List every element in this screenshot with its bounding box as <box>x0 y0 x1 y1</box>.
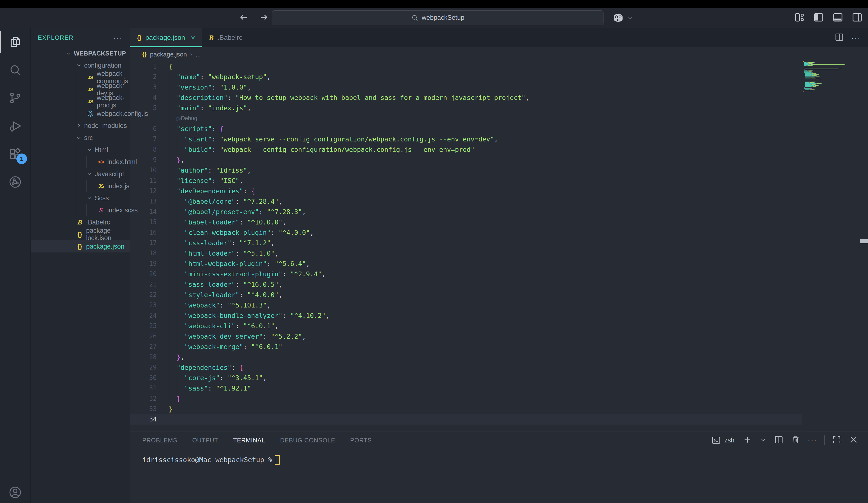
chevron-down-icon <box>74 62 84 69</box>
tab-package-json[interactable]: {} package.json × <box>130 28 202 47</box>
tree-item-label: .Babelrc <box>86 219 110 226</box>
tree-item-label: index.js <box>107 182 130 190</box>
tree-file-index-js[interactable]: JSindex.js <box>31 180 130 192</box>
forward-icon[interactable] <box>258 12 269 24</box>
js-file-icon: JS <box>84 87 97 92</box>
code-line-20: 20"mini-css-extract-plugin": "^2.9.4", <box>130 269 802 279</box>
source-control-icon[interactable] <box>0 84 30 112</box>
minimap[interactable] <box>803 61 858 93</box>
panel-tab-problems[interactable]: PROBLEMS <box>142 437 177 444</box>
terminal-shell-label[interactable]: zsh <box>711 435 734 445</box>
line-number: 33 <box>130 404 157 414</box>
code-line-6: 6"scripts": { <box>130 123 802 134</box>
kill-terminal-icon[interactable] <box>791 435 800 445</box>
code-line-29: 29"dependencies": { <box>130 362 802 373</box>
toggle-panel-icon[interactable] <box>832 12 844 24</box>
explorer-more-actions-icon[interactable]: ··· <box>113 33 123 42</box>
toggle-secondary-sidebar-icon[interactable] <box>851 12 863 24</box>
tree-item-label: src <box>84 134 93 142</box>
editor-more-actions-icon[interactable]: ··· <box>851 33 861 42</box>
tab-babelrc[interactable]: B .Babelrc <box>202 28 249 47</box>
code-line-16: 16"clean-webpack-plugin": "^4.0.0", <box>130 227 802 238</box>
panel-tab-ports[interactable]: PORTS <box>350 437 372 444</box>
back-icon[interactable] <box>239 12 249 24</box>
terminal-more-actions-icon[interactable]: ··· <box>808 436 817 444</box>
line-number: 34 <box>130 414 157 424</box>
tree-item-label: configuration <box>84 62 122 69</box>
toggle-primary-sidebar-icon[interactable] <box>813 12 824 24</box>
line-number: 14 <box>130 207 157 217</box>
breadcrumb[interactable]: {} package.json › ... <box>130 47 868 61</box>
tree-item-label: Html <box>95 146 108 154</box>
code-line-24: 24"webpack-bundle-analyzer": "^4.10.2", <box>130 310 802 321</box>
search-sidebar-icon[interactable] <box>0 56 30 84</box>
live-share-icon[interactable] <box>0 168 30 196</box>
json-file-icon: {} <box>74 231 86 238</box>
codelens-debug[interactable]: ▷Debug <box>177 113 197 123</box>
code-line-28: 28}, <box>130 352 802 362</box>
tree-file-webpack-dev-js[interactable]: JSwebpack-dev.js <box>31 83 130 95</box>
code-line-26: 26"webpack-dev-server": "^5.2.2", <box>130 331 802 342</box>
customize-layout-icon[interactable] <box>794 12 805 24</box>
line-number: 30 <box>130 373 157 383</box>
tree-folder-src[interactable]: src <box>31 132 130 144</box>
chevron-right-icon: › <box>190 51 192 58</box>
chevron-right-icon <box>74 123 84 129</box>
tree-folder-webpacksetup[interactable]: WEBPACKSETUP <box>31 47 130 59</box>
code-line-18: 18"html-loader": "^5.1.0", <box>130 248 802 259</box>
copilot-menu[interactable] <box>612 12 633 23</box>
tree-folder-html[interactable]: Html <box>31 144 130 156</box>
code-line-19: 19"html-webpack-plugin": "^5.6.4", <box>130 259 802 269</box>
command-center-search[interactable]: webpackSetup <box>272 10 603 26</box>
terminal-content[interactable]: idrisscissoko@Mac webpackSetup % <box>130 449 868 465</box>
close-panel-icon[interactable] <box>849 435 858 445</box>
babel-file-icon: B <box>74 219 86 226</box>
tree-item-label: Scss <box>95 194 109 202</box>
line-number <box>130 113 157 123</box>
tree-file-package-lock-json[interactable]: {}package-lock.json <box>31 228 130 240</box>
tree-folder-node-modules[interactable]: node_modules <box>31 120 130 132</box>
panel-tab-debug-console[interactable]: DEBUG CONSOLE <box>280 437 335 444</box>
js-file-icon: JS <box>84 74 97 80</box>
extensions-icon[interactable]: 1 <box>0 140 30 168</box>
code-editor[interactable]: 1{2"name": "webpack-setup",3"version": "… <box>130 61 868 432</box>
tree-folder-configuration[interactable]: configuration <box>31 59 130 71</box>
code-line-8: 8"build": "webpack --config configuratio… <box>130 144 802 155</box>
tree-item-label: package.json <box>86 243 124 250</box>
js-file-icon: JS <box>84 99 97 104</box>
tree-file-index-html[interactable]: <>index.html <box>31 156 130 168</box>
extensions-badge: 1 <box>17 153 27 164</box>
code-line-7: 7"start": "webpack serve --config config… <box>130 134 802 144</box>
launch-profile-chevron-icon[interactable] <box>760 436 767 444</box>
editor-right-gutter <box>860 61 868 432</box>
terminal-prompt: idrisscissoko@Mac webpackSetup % <box>142 456 272 464</box>
new-terminal-icon[interactable] <box>743 435 752 445</box>
accounts-icon[interactable] <box>0 475 30 503</box>
explorer-icon[interactable] <box>0 28 30 56</box>
line-number: 4 <box>130 92 157 103</box>
tree-file-webpack-prod-js[interactable]: JSwebpack-prod.js <box>31 95 130 108</box>
search-value: webpackSetup <box>422 14 464 21</box>
run-debug-icon[interactable] <box>0 112 30 140</box>
line-number: 26 <box>130 331 157 342</box>
maximize-panel-icon[interactable] <box>832 435 841 445</box>
line-number: 27 <box>130 342 157 352</box>
tree-file-webpack-common-js[interactable]: JSwebpack-common.js <box>31 71 130 83</box>
code-line-21: 21"sass-loader": "^16.0.5", <box>130 279 802 290</box>
breadcrumb-symbol[interactable]: ... <box>196 51 201 58</box>
tree-file-webpack-config-js[interactable]: webpack.config.js <box>31 108 130 120</box>
tree-file-package-json[interactable]: {}package.json <box>31 240 130 252</box>
terminal-cursor <box>275 455 280 465</box>
line-number: 2 <box>130 72 157 82</box>
tree-file-index-scss[interactable]: Sindex.scss <box>31 204 130 216</box>
tree-file--babelrc[interactable]: B.Babelrc <box>31 216 130 228</box>
split-editor-icon[interactable] <box>835 32 844 43</box>
split-terminal-icon[interactable] <box>774 435 784 445</box>
panel-tab-output[interactable]: OUTPUT <box>192 437 218 444</box>
breadcrumb-file[interactable]: package.json <box>150 51 187 58</box>
tree-folder-scss[interactable]: Scss <box>31 192 130 204</box>
close-tab-icon[interactable]: × <box>191 33 195 42</box>
panel-tab-terminal[interactable]: TERMINAL <box>233 437 265 444</box>
sash-handle[interactable] <box>860 239 868 243</box>
tree-folder-javascript[interactable]: Javascript <box>31 168 130 180</box>
